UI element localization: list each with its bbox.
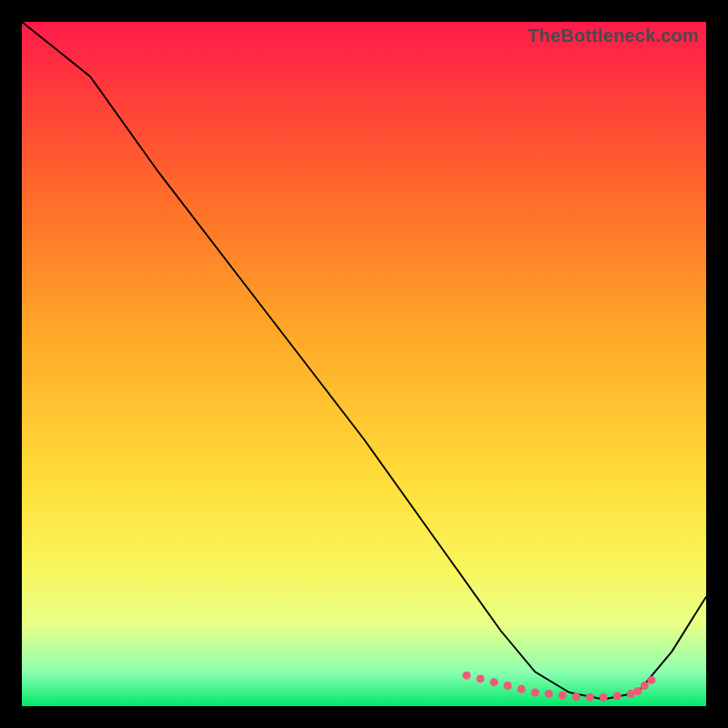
- marker-dot: [545, 690, 553, 698]
- marker-dot: [600, 693, 608, 702]
- marker-dot: [613, 692, 622, 700]
- curve-layer: [22, 22, 706, 706]
- bottleneck-curve: [22, 22, 706, 699]
- marker-dot: [517, 685, 525, 693]
- marker-dot: [531, 688, 539, 696]
- marker-dot: [559, 691, 567, 699]
- marker-dot: [633, 687, 642, 695]
- marker-dot: [647, 676, 655, 684]
- marker-dot: [572, 693, 581, 701]
- marker-dot: [503, 682, 511, 690]
- marker-dot: [641, 682, 649, 690]
- chart-plot-area: TheBottleneck.com: [22, 22, 706, 706]
- marker-dot: [462, 672, 470, 680]
- marker-dot: [490, 678, 498, 686]
- marker-dot: [476, 674, 484, 682]
- chart-frame: TheBottleneck.com: [0, 0, 728, 728]
- marker-dot: [586, 693, 594, 702]
